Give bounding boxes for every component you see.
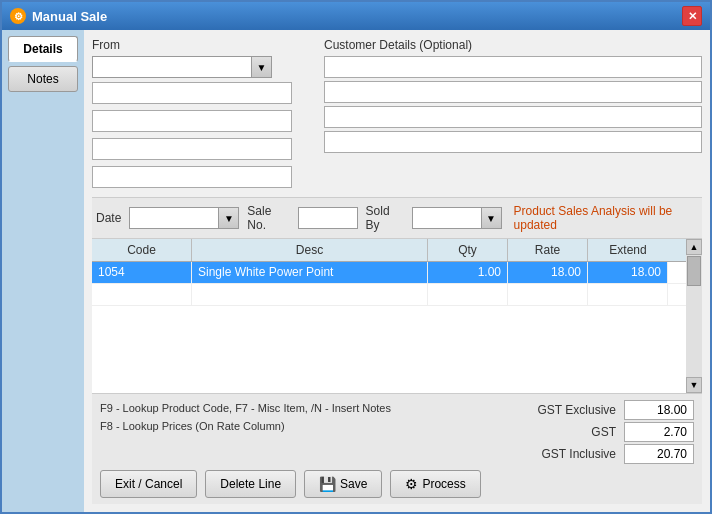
gst-value: 2.70 [624,422,694,442]
delete-button[interactable]: Delete Line [205,470,296,498]
shortcut-line1: F9 - Lookup Product Code, F7 - Misc Item… [100,400,391,418]
col-desc: Desc [192,239,428,261]
gst-row: GST 2.70 [494,422,694,442]
save-icon: 💾 [319,476,336,492]
date-input[interactable]: 25/08/2015 [129,207,219,229]
process-button-label: Process [422,477,465,491]
cell-extend: 18.00 [588,262,668,283]
soldby-arrow[interactable]: ▼ [482,207,502,229]
col-extend: Extend [588,239,668,261]
scroll-track [686,287,702,377]
process-button[interactable]: ⚙ Process [390,470,480,498]
cell-code: 1054 [92,262,192,283]
customer-section: Customer Details (Optional) [324,38,702,191]
vertical-scrollbar[interactable]: ▲ ▼ [686,239,702,393]
save-button[interactable]: 💾 Save [304,470,382,498]
gst-incl-value: 20.70 [624,444,694,464]
customer-field-3[interactable] [324,106,702,128]
exit-button[interactable]: Exit / Cancel [100,470,197,498]
totals-section: GST Exclusive 18.00 GST 2.70 GST Inclusi… [494,400,694,464]
grid-inner: Code Desc Qty Rate Extend 1054 Single Wh… [92,239,686,393]
address-field-1[interactable]: Auckland [92,82,292,104]
window-title: Manual Sale [32,9,107,24]
close-button[interactable]: ✕ [682,6,702,26]
gst-incl-row: GST Inclusive 20.70 [494,444,694,464]
address-field-3[interactable]: Auckland [92,138,292,160]
scroll-thumb[interactable] [687,256,701,286]
from-dropdown: Auckland ▼ [92,56,312,78]
sidebar: Details Notes [2,30,84,512]
gst-incl-label: GST Inclusive [526,447,616,461]
from-section: From Auckland ▼ Auckland 99 Greatway Roa… [92,38,702,191]
footer-top: F9 - Lookup Product Code, F7 - Misc Item… [100,400,694,464]
from-city-arrow[interactable]: ▼ [252,56,272,78]
date-row: Date 25/08/2015 ▼ Sale No. 4008 Sold By … [92,197,702,239]
shortcuts: F9 - Lookup Product Code, F7 - Misc Item… [100,400,391,464]
footer-section: F9 - Lookup Product Code, F7 - Misc Item… [92,393,702,504]
gst-excl-value: 18.00 [624,400,694,420]
tab-notes[interactable]: Notes [8,66,78,92]
footer-buttons: Exit / Cancel Delete Line 💾 Save ⚙ Proce… [100,470,694,498]
analysis-message: Product Sales Analysis will be updated [514,204,702,232]
address-fields: Auckland 99 Greatway Road Auckland [92,82,312,191]
col-rate: Rate [508,239,588,261]
from-label: From [92,38,312,52]
gst-excl-label: GST Exclusive [526,403,616,417]
process-icon: ⚙ [405,476,418,492]
gst-excl-row: GST Exclusive 18.00 [494,400,694,420]
saleno-input[interactable]: 4008 [298,207,358,229]
customer-field-2[interactable] [324,81,702,103]
date-label: Date [96,211,121,225]
col-qty: Qty [428,239,508,261]
customer-field-4[interactable] [324,131,702,153]
main-window: ⚙ Manual Sale ✕ Details Notes From Auckl… [0,0,712,514]
scroll-up-btn[interactable]: ▲ [686,239,702,255]
soldby-container: STAFF ▼ [412,207,502,229]
date-arrow[interactable]: ▼ [219,207,239,229]
empty-row-1 [92,284,686,306]
title-bar-left: ⚙ Manual Sale [10,8,107,24]
exit-button-label: Exit / Cancel [115,477,182,491]
app-icon: ⚙ [10,8,26,24]
gst-label: GST [526,425,616,439]
grid-container: Code Desc Qty Rate Extend 1054 Single Wh… [92,239,702,393]
saleno-label: Sale No. [247,204,289,232]
title-bar: ⚙ Manual Sale ✕ [2,2,710,30]
from-left: From Auckland ▼ Auckland 99 Greatway Roa… [92,38,312,191]
cell-rate: 18.00 [508,262,588,283]
shortcut-line2: F8 - Lookup Prices (On Rate Column) [100,418,391,436]
from-city-input[interactable]: Auckland [92,56,252,78]
soldby-label: Sold By [366,204,404,232]
save-button-label: Save [340,477,367,491]
address-field-2[interactable]: 99 Greatway Road [92,110,292,132]
address-field-4[interactable] [92,166,292,188]
content-area: Details Notes From Auckland ▼ Auckland 9… [2,30,710,512]
grid-body: 1054 Single White Power Point 1.00 18.00… [92,262,686,393]
grid-header: Code Desc Qty Rate Extend [92,239,686,262]
customer-field-1[interactable] [324,56,702,78]
scroll-down-btn[interactable]: ▼ [686,377,702,393]
cell-qty: 1.00 [428,262,508,283]
date-container: 25/08/2015 ▼ [129,207,239,229]
main-content: From Auckland ▼ Auckland 99 Greatway Roa… [84,30,710,512]
customer-label: Customer Details (Optional) [324,38,702,52]
delete-button-label: Delete Line [220,477,281,491]
soldby-input[interactable]: STAFF [412,207,482,229]
cell-desc: Single White Power Point [192,262,428,283]
tab-details[interactable]: Details [8,36,78,62]
table-row[interactable]: 1054 Single White Power Point 1.00 18.00… [92,262,686,284]
col-code: Code [92,239,192,261]
